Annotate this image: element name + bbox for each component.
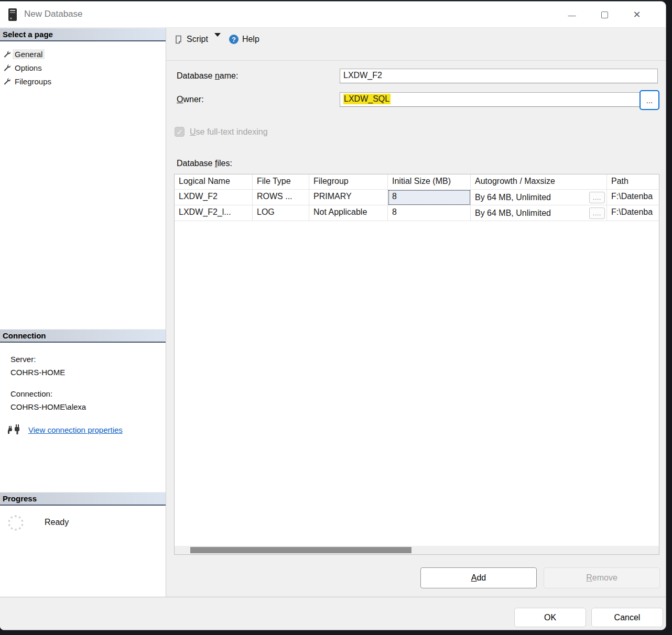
main-panel: Script ? Help Database name: LXDW_F2 Own…: [166, 28, 666, 597]
script-dropdown-icon[interactable]: [214, 33, 221, 37]
cell-file-type[interactable]: LOG: [253, 205, 309, 221]
column-header-file-type: File Type: [253, 174, 309, 190]
connection-header: Connection: [0, 329, 166, 343]
server-value: COHRS-HOME: [10, 368, 65, 377]
server-label: Server:: [10, 355, 36, 364]
database-name-input[interactable]: LXDW_F2: [340, 69, 658, 83]
autogrowth-browse-button[interactable]: ....: [589, 192, 605, 203]
column-header-autogrowth: Autogrowth / Maxsize: [471, 174, 607, 190]
progress-spinner-icon: [8, 515, 24, 531]
window-controls: — ✕: [556, 2, 653, 28]
cell-autogrowth[interactable]: By 64 MB, Unlimited ....: [471, 205, 607, 221]
cell-path[interactable]: F:\Datenba: [607, 205, 659, 221]
column-header-filegroup: Filegroup: [309, 174, 388, 190]
owner-input[interactable]: LXDW_SQL: [340, 92, 658, 107]
close-icon: ✕: [633, 9, 641, 20]
fulltext-checkbox: ✓: [175, 127, 185, 137]
database-name-value: LXDW_F2: [343, 71, 382, 80]
cell-logical-name[interactable]: LXDW_F2_l...: [175, 205, 253, 221]
owner-browse-button[interactable]: ...: [640, 90, 659, 110]
owner-value-selected: LXDW_SQL: [343, 94, 391, 104]
connection-label: Connection:: [10, 389, 52, 398]
sidebar-item-label: Filegroups: [13, 76, 53, 86]
wrench-icon: [3, 64, 10, 71]
add-button[interactable]: Add: [420, 567, 537, 588]
wrench-icon: [3, 78, 10, 85]
window-title: New Database: [24, 9, 83, 19]
table-row: LXDW_F2_l... LOG Not Applicable 8 By 64 …: [175, 205, 659, 221]
wrench-icon: [3, 50, 10, 58]
script-icon: [175, 35, 183, 44]
sidebar-item-filegroups[interactable]: Filegroups: [0, 74, 166, 88]
owner-label: Owner:: [177, 95, 204, 104]
cell-file-type[interactable]: ROWS ...: [253, 190, 309, 205]
cell-initial-size-selected[interactable]: 8: [388, 190, 471, 205]
autogrowth-browse-button[interactable]: ....: [589, 207, 605, 219]
progress-status: Ready: [45, 518, 69, 527]
cell-filegroup[interactable]: PRIMARY: [309, 190, 388, 205]
grid-header-row: Logical Name File Type Filegroup Initial…: [175, 174, 659, 190]
new-database-dialog: New Database — ✕ Select a page General O…: [0, 1, 666, 630]
cancel-button[interactable]: Cancel: [591, 608, 663, 627]
remove-button: Remove: [544, 567, 660, 588]
toolbar: Script ? Help: [166, 28, 666, 61]
ok-button[interactable]: OK: [514, 608, 586, 627]
maximize-button[interactable]: [588, 2, 621, 28]
database-name-label: Database name:: [177, 71, 238, 81]
sidebar-item-label: Options: [13, 63, 44, 73]
footer-bar: OK Cancel: [0, 597, 666, 630]
select-a-page-header: Select a page: [0, 28, 166, 41]
sidebar-item-general[interactable]: General: [0, 47, 166, 61]
title-bar: New Database — ✕: [0, 2, 666, 28]
sidebar-item-label: General: [13, 49, 45, 59]
column-header-initial-size: Initial Size (MB): [388, 174, 471, 190]
autogrowth-value: By 64 MB, Unlimited: [475, 193, 551, 202]
database-files-grid: Logical Name File Type Filegroup Initial…: [174, 174, 659, 555]
column-header-path: Path: [607, 174, 659, 190]
close-button[interactable]: ✕: [621, 2, 653, 28]
script-button[interactable]: Script: [171, 33, 211, 46]
cell-initial-size[interactable]: 8: [388, 205, 471, 221]
fulltext-label: Use full-text indexing: [190, 127, 268, 137]
cell-autogrowth[interactable]: By 64 MB, Unlimited ....: [471, 190, 607, 205]
maximize-icon: [601, 12, 608, 18]
help-button[interactable]: ? Help: [226, 33, 263, 46]
cell-path[interactable]: F:\Datenba: [607, 190, 659, 205]
database-files-label: Database files:: [177, 159, 232, 168]
minimize-icon: —: [568, 10, 576, 19]
view-connection-properties-row: View connection properties: [7, 424, 123, 435]
fulltext-checkbox-row: ✓ Use full-text indexing: [175, 127, 268, 137]
table-row: LXDW_F2 ROWS ... PRIMARY 8 By 64 MB, Unl…: [175, 190, 659, 205]
help-icon: ?: [229, 35, 239, 44]
database-server-icon: [7, 8, 19, 21]
cell-logical-name[interactable]: LXDW_F2: [175, 190, 253, 205]
progress-header: Progress: [0, 492, 166, 506]
view-connection-properties-link[interactable]: View connection properties: [28, 425, 123, 434]
sidebar: Select a page General Options Filegroups…: [0, 28, 166, 597]
column-header-logical-name: Logical Name: [175, 174, 253, 190]
minimize-button[interactable]: —: [556, 2, 588, 28]
script-label: Script: [187, 35, 208, 44]
autogrowth-value: By 64 MB, Unlimited: [475, 209, 551, 218]
help-label: Help: [242, 35, 259, 44]
scrollbar-thumb[interactable]: [190, 547, 411, 553]
sidebar-item-options[interactable]: Options: [0, 61, 166, 74]
cell-filegroup[interactable]: Not Applicable: [309, 205, 388, 221]
connection-plug-icon: [7, 424, 22, 435]
connection-value: COHRS-HOME\alexa: [10, 402, 86, 411]
horizontal-scrollbar[interactable]: [175, 546, 659, 554]
